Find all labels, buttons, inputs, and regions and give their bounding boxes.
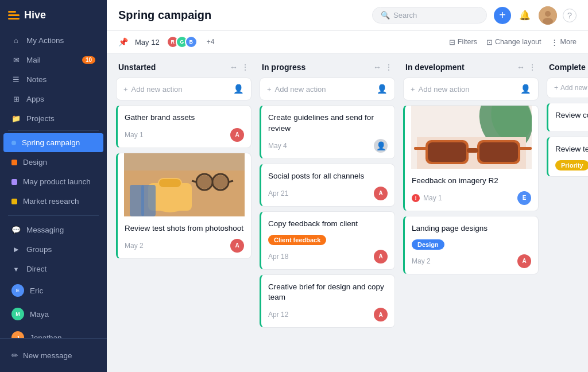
sidebar-item-label: Design [23, 158, 47, 166]
svg-rect-23 [467, 148, 478, 153]
notes-icon: ☰ [11, 75, 21, 84]
column-title: In development [405, 63, 513, 72]
card-feedback-imagery[interactable]: Feedback on imagery R2 ! May 1 E [403, 105, 539, 211]
card-date: May 2 [125, 242, 144, 250]
column-header: In development ↔ ⋮ [403, 63, 539, 78]
card-review-te[interactable]: Review te... Priority [547, 137, 588, 177]
card-title: Feedback on imagery R2 [412, 176, 531, 187]
card-landing-page[interactable]: Landing page designs Design May 2 A [403, 216, 539, 274]
card-creative-brief[interactable]: Creative brief for design and copy team … [260, 274, 395, 328]
filters-button[interactable]: ⊟ Filters [449, 38, 477, 46]
sidebar-nav: ⌂ My Actions ✉ Mail 10 ☰ Notes ⊞ Apps 📁 … [0, 30, 107, 338]
sidebar-item-may-product-launch[interactable]: May product launch [3, 172, 103, 191]
add-action-button[interactable]: + Add new action 👤 [403, 78, 539, 100]
card-avatar: 👤 [374, 139, 388, 153]
search-box[interactable]: 🔍 Search [372, 7, 487, 24]
expand-icon[interactable]: ↔ [373, 63, 381, 72]
column-menu-icon[interactable]: ⋮ [385, 63, 393, 72]
sidebar-item-jonathan[interactable]: J Jonathan [3, 326, 103, 338]
card-footer: Apr 18 A [268, 250, 388, 264]
sidebar-item-groups[interactable]: ▶ Groups [3, 240, 103, 259]
sidebar-item-mail[interactable]: ✉ Mail 10 [3, 51, 103, 69]
logo-icon [8, 11, 20, 20]
card-gather-brand-assets[interactable]: Gather brand assets May 1 A [116, 105, 252, 148]
card-title: Review te... [555, 144, 588, 155]
sidebar-item-label: Messaging [26, 226, 64, 234]
column-complete: Complete + Add new a... Review co... Rev… [547, 63, 588, 363]
sidebar-item-design[interactable]: Design [3, 153, 103, 172]
card-image [405, 106, 538, 169]
column-menu-icon[interactable]: ⋮ [528, 63, 536, 72]
card-body: Social posts for all channels Apr 21 A [261, 164, 394, 206]
help-button[interactable]: ? [563, 9, 577, 22]
card-body: Creative brief for design and copy team … [261, 275, 394, 328]
column-menu-icon[interactable]: ⋮ [241, 63, 249, 72]
sidebar-item-direct[interactable]: ▼ Direct [3, 259, 103, 278]
card-footer: May 1 A [125, 128, 244, 142]
card-avatar: A [230, 128, 244, 142]
add-action-button[interactable]: + Add new a... [547, 78, 588, 98]
add-action-button[interactable]: + Add new action 👤 [260, 78, 395, 100]
sidebar-item-label: Notes [26, 75, 47, 84]
project-square [11, 160, 17, 165]
sidebar-item-messaging[interactable]: 💬 Messaging [3, 220, 103, 239]
svg-point-2 [543, 18, 553, 25]
sidebar-item-notes[interactable]: ☰ Notes [3, 70, 103, 89]
sidebar-item-label: Groups [26, 245, 52, 254]
collaborators-avatars: R G B [167, 36, 198, 48]
notifications-button[interactable]: 🔔 [517, 7, 533, 24]
card-review-test-shots[interactable]: Review test shots from photoshoot May 2 … [116, 153, 252, 259]
chevron-down-icon: ▼ [11, 266, 21, 273]
search-placeholder: Search [393, 11, 417, 20]
change-layout-label: Change layout [495, 38, 541, 46]
expand-icon[interactable]: ↔ [517, 63, 525, 72]
collaborator-avatar: B [185, 36, 198, 48]
card-create-guidelines[interactable]: Create guidelines and send for review Ma… [260, 105, 395, 159]
more-button[interactable]: ⋮ More [551, 38, 577, 46]
expand-icon[interactable]: ↔ [230, 63, 238, 72]
sidebar-item-market-research[interactable]: Market research [3, 192, 103, 211]
design-badge: Design [412, 239, 444, 250]
page-title: Spring campaign [118, 9, 365, 22]
card-date: May 2 [412, 257, 431, 265]
card-image [118, 153, 251, 216]
more-dots-icon: ⋮ [551, 38, 558, 46]
card-body: Review co... [548, 103, 588, 131]
sidebar-item-label: Apps [26, 95, 44, 103]
add-action-button[interactable]: + Add new action 👤 [116, 78, 252, 100]
column-in-development: In development ↔ ⋮ + Add new action 👤 [403, 63, 539, 363]
apps-icon: ⊞ [11, 95, 21, 103]
card-copy-feedback[interactable]: Copy feedback from client Client feedbac… [260, 211, 395, 270]
add-action-label: Add new action [131, 85, 183, 94]
sidebar-bottom: ✏ New message [0, 338, 107, 372]
card-avatar: A [374, 250, 388, 264]
column-header: Complete [547, 63, 588, 78]
card-social-posts[interactable]: Social posts for all channels Apr 21 A [260, 164, 395, 207]
card-title: Landing page designs [412, 223, 531, 234]
card-body: Landing page designs Design May 2 A [405, 216, 538, 274]
card-date: May 1 [423, 194, 442, 202]
card-body: Review te... Priority [548, 137, 588, 176]
column-in-progress: In progress ↔ ⋮ + Add new action 👤 Creat… [260, 63, 395, 363]
sidebar-item-my-actions[interactable]: ⌂ My Actions [3, 31, 103, 50]
change-layout-button[interactable]: ⊡ Change layout [486, 38, 541, 46]
sidebar-item-eric[interactable]: E Eric [3, 279, 103, 302]
divider [8, 130, 99, 131]
card-avatar: A [374, 187, 388, 200]
user-avatar[interactable] [539, 6, 557, 25]
sidebar-item-projects[interactable]: 📁 Projects [3, 109, 103, 128]
sidebar-item-label: May product launch [23, 177, 91, 186]
card-review-co[interactable]: Review co... [547, 103, 588, 132]
sidebar-item-spring-campaign[interactable]: Spring campaign [3, 133, 103, 152]
column-header: Unstarted ↔ ⋮ [116, 63, 252, 78]
card-avatar: A [230, 239, 244, 253]
card-body: Review test shots from photoshoot May 2 … [118, 216, 251, 258]
add-icon: + [411, 85, 415, 94]
new-message-button[interactable]: ✏ New message [5, 346, 102, 365]
card-footer: May 4 👤 [268, 139, 388, 153]
add-button[interactable]: + [494, 7, 511, 24]
svg-rect-27 [519, 147, 532, 150]
card-body: Create guidelines and send for review Ma… [261, 106, 394, 158]
sidebar-item-maya[interactable]: M Maya [3, 303, 103, 326]
sidebar-item-apps[interactable]: ⊞ Apps [3, 90, 103, 108]
